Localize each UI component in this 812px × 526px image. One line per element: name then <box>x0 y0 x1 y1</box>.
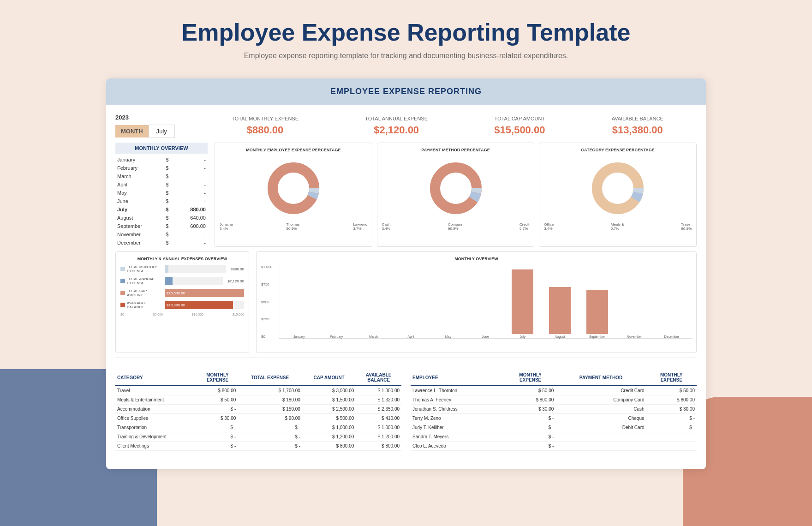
emp-name: Terry M. Zeno <box>411 414 505 423</box>
col-employee: EMPLOYEE <box>411 370 505 386</box>
overview-month: August <box>115 214 164 222</box>
emp-method <box>555 442 646 451</box>
y-axis: $1,000 $750 $500 $250 $0 <box>261 265 272 339</box>
bar-overview-title: MONTHLY & ANNUAL EXPENSES OVERVIEW <box>120 257 244 261</box>
overview-amount: - <box>175 155 208 164</box>
employee-table-row: Jonathan S. Childress $ 30.00 Cash $ 30.… <box>411 405 697 414</box>
overview-currency: $ <box>164 172 175 180</box>
metric-total-annual: TOTAL ANNUAL EXPENSE $2,120.00 <box>365 116 428 136</box>
emp-method: Cheque <box>555 414 646 423</box>
emp-monthly: $ - <box>505 414 555 423</box>
month-value: July <box>149 125 175 138</box>
emp-monthly: $ - <box>505 432 555 442</box>
donut-2-container <box>544 156 692 221</box>
metric-available-balance-value: $13,380.00 <box>612 124 663 136</box>
category-table-row: Travel $ 800.00 $ 1,700.00 $ 3,000.00 $ … <box>115 386 401 395</box>
employee-table-row: Cleo L. Acevedo $ - <box>411 442 697 451</box>
overview-amount: - <box>175 180 208 189</box>
cat-balance: $ 1,320.00 <box>356 395 401 405</box>
cat-name: Meals & Entertainment <box>115 395 197 405</box>
donut-chart-2: CATEGORY EXPENSE PERCENTAGE Office3.4% M… <box>539 143 697 247</box>
cat-balance: $ 1,300.00 <box>356 386 401 395</box>
legend-credit: Credit5.7% <box>519 222 529 231</box>
svg-point-11 <box>606 177 629 200</box>
charts-row: MONTHLY EMPLOYEE EXPENSE PERCENTAGE Jona… <box>215 143 697 247</box>
overview-amount: - <box>175 164 208 172</box>
employee-table-row: Lawrence L. Thornton $ 50.00 Credit Card… <box>411 386 697 395</box>
cat-balance: $ 800.00 <box>356 442 401 451</box>
metric-total-annual-value: $2,120.00 <box>365 124 428 136</box>
monthly-overview-table: MONTHLY OVERVIEW January$-February$-Marc… <box>115 143 208 247</box>
donut-0-container <box>220 156 367 221</box>
svg-point-3 <box>282 177 305 200</box>
emp-method-monthly: $ - <box>646 414 697 423</box>
legend-thomas: Thomas90.9% <box>286 222 299 231</box>
cat-total: $ 180.00 <box>238 395 302 405</box>
cat-total: $ - <box>238 442 302 451</box>
overview-table: January$-February$-March$-April$-May$-Ju… <box>115 155 208 247</box>
cat-name: Client Meetings <box>115 442 197 451</box>
bar-august: August <box>542 287 578 338</box>
employee-table-row: Judy T. Kelliher $ - Debit Card $ - <box>411 423 697 432</box>
cat-cap: $ 800.00 <box>302 442 356 451</box>
overview-amount: - <box>175 239 208 247</box>
cat-name: Accommodation <box>115 405 197 414</box>
metric-total-monthly-value: $880.00 <box>232 124 299 136</box>
col-emp-monthly: MONTHLYEXPENSE <box>505 370 555 386</box>
bar-january: January <box>281 334 317 338</box>
metric-total-cap-value: $15,500.00 <box>494 124 545 136</box>
cat-monthly: $ - <box>197 432 238 442</box>
top-section: 2023 MONTH July TOTAL MONTHLY EXPENSE $8… <box>106 105 706 143</box>
col-pm-monthly: MONTHLYEXPENSE <box>646 370 697 386</box>
overview-currency: $ <box>164 239 175 247</box>
emp-method: Company Card <box>555 395 646 405</box>
overview-currency: $ <box>164 230 175 239</box>
bar-july: July <box>504 269 541 338</box>
overview-amount: 880.00 <box>175 205 208 214</box>
cat-balance: $ 1,000.00 <box>356 423 401 432</box>
legend-cash: Cash3.4% <box>382 222 391 231</box>
overview-currency: $ <box>164 222 175 230</box>
donut-0-svg <box>266 161 321 216</box>
cat-cap: $ 500.00 <box>302 414 356 423</box>
emp-name: Jonathan S. Childress <box>411 405 505 414</box>
category-table-row: Office Supplies $ 30.00 $ 90.00 $ 500.00… <box>115 414 401 423</box>
bottom-charts-section: MONTHLY & ANNUAL EXPENSES OVERVIEW TOTAL… <box>106 251 706 358</box>
bar-chart-wrapper: $1,000 $750 $500 $250 $0 January Februar… <box>261 265 692 348</box>
cat-monthly: $ - <box>197 423 238 432</box>
employee-data-table: EMPLOYEE MONTHLYEXPENSE PAYMENT METHOD M… <box>411 370 697 451</box>
cat-balance: $ 410.00 <box>356 414 401 423</box>
col-payment-method: PAYMENT METHOD <box>555 370 646 386</box>
emp-method: Credit Card <box>555 386 646 395</box>
legend-jonatha: Jonatha3.4% <box>220 222 233 231</box>
cat-monthly: $ 800.00 <box>197 386 238 395</box>
middle-section: MONTHLY OVERVIEW January$-February$-Marc… <box>106 143 706 251</box>
bar-june: June <box>467 334 504 338</box>
col-category: CATEGORY <box>115 370 197 386</box>
horizontal-bar-chart: TOTAL MONTHLYEXPENSE $880.00 TOTAL ANNUA… <box>120 265 244 316</box>
tables-section: CATEGORY MONTHLYEXPENSE TOTAL EXPENSE CA… <box>106 363 706 455</box>
metric-available-balance: AVAILABLE BALANCE $13,380.00 <box>612 116 663 136</box>
overview-amount: - <box>175 197 208 205</box>
metric-available-balance-label: AVAILABLE BALANCE <box>612 116 663 121</box>
divider <box>115 358 697 358</box>
legend-compan: Compan90.9% <box>448 222 462 231</box>
bar-march: March <box>355 334 392 338</box>
page-subtitle: Employee expense reporting template for … <box>9 52 803 60</box>
cat-total: $ - <box>238 432 302 442</box>
cat-total: $ 90.00 <box>238 414 302 423</box>
overview-currency: $ <box>164 180 175 189</box>
employee-table-row: Terry M. Zeno $ - Cheque $ - <box>411 414 697 423</box>
overview-currency: $ <box>164 189 175 197</box>
col-monthly-exp: MONTHLYEXPENSE <box>197 370 238 386</box>
employee-table-row: Thomas A. Feeney $ 800.00 Company Card $… <box>411 395 697 405</box>
month-selector: 2023 MONTH July <box>115 114 189 138</box>
bar-february: February <box>318 334 355 338</box>
month-badge: MONTH <box>115 125 149 137</box>
overview-amount: - <box>175 189 208 197</box>
emp-method-monthly <box>646 432 697 442</box>
emp-method-monthly: $ - <box>646 423 697 432</box>
emp-method-monthly: $ 50.00 <box>646 386 697 395</box>
cat-name: Travel <box>115 386 197 395</box>
overview-month: November <box>115 230 164 239</box>
